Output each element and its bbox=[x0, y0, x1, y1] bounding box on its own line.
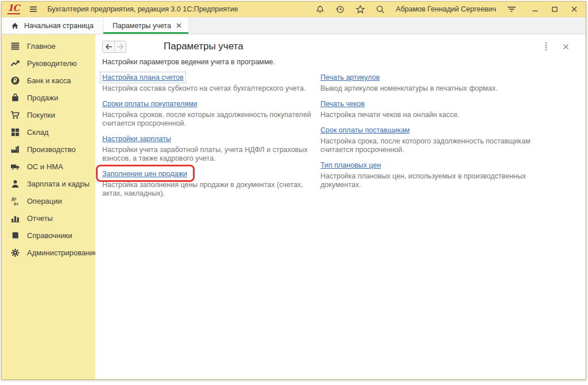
title-bar: 1С Бухгалтерия предприятия, редакция 3.0… bbox=[2, 2, 586, 17]
setting-description: Настройка заполнения цены продажи в доку… bbox=[102, 181, 320, 198]
sidebar-item-os-i-nma[interactable]: ОС и НМА bbox=[2, 158, 95, 175]
accounting-parameters-panel: Параметры учета Настройки параметров вед… bbox=[95, 34, 586, 379]
tab-label: Параметры учета bbox=[113, 22, 171, 30]
sidebar-item-rukovoditelyu[interactable]: Руководителю bbox=[2, 55, 95, 72]
link-srok-oplaty-postavshchikam[interactable]: Срок оплаты поставщикам bbox=[320, 126, 409, 135]
window-title: Бухгалтерия предприятия, редакция 3.0 1С… bbox=[47, 5, 238, 13]
warehouse-icon bbox=[10, 127, 21, 138]
sidebar-item-label: Зарплата и кадры bbox=[27, 180, 90, 188]
link-nastroyki-zarplaty[interactable]: Настройки зарплаты bbox=[102, 134, 171, 143]
sidebar-item-spravochniki[interactable]: Справочники bbox=[2, 227, 95, 244]
setting-item-zapolnenie-cen-prodazhi: Заполнение цен продажи Настройка заполне… bbox=[102, 168, 320, 198]
gear-icon bbox=[10, 247, 21, 258]
factory-icon bbox=[10, 144, 21, 155]
app-window: 1С Бухгалтерия предприятия, редакция 3.0… bbox=[1, 1, 586, 380]
sidebar-item-glavnoe[interactable]: Главное bbox=[2, 37, 95, 55]
page-subtitle: Настройки параметров ведения учета в про… bbox=[102, 58, 577, 66]
settings-column-left: Настройка плана счетов Настройка состава… bbox=[102, 72, 320, 203]
sidebar-item-administrirovanie[interactable]: Администрирование bbox=[2, 244, 95, 261]
setting-item-sroki-oplaty-pokupatelyami: Сроки оплаты покупателями Настройка срок… bbox=[102, 98, 320, 128]
link-tip-planovyh-cen[interactable]: Тип плановых цен bbox=[320, 161, 381, 170]
person-icon bbox=[10, 178, 21, 189]
tab-bar: Начальная страница Параметры учета bbox=[2, 17, 586, 34]
back-button[interactable] bbox=[103, 41, 114, 52]
sidebar-item-label: ОС и НМА bbox=[27, 162, 63, 171]
tab-accounting-parameters[interactable]: Параметры учета bbox=[103, 17, 189, 34]
setting-description: Вывод артикулов номенклатуры в печатных … bbox=[320, 84, 550, 93]
sidebar-item-otchety[interactable]: Отчеты bbox=[2, 209, 95, 227]
cart-icon bbox=[10, 110, 21, 120]
favorites-icon[interactable] bbox=[354, 3, 366, 15]
minimize-button[interactable] bbox=[529, 3, 541, 15]
sidebar-item-label: Отчеты bbox=[27, 214, 53, 223]
sidebar-item-label: Покупки bbox=[27, 111, 55, 119]
setting-description: Настройка срока, после которого задолжен… bbox=[320, 137, 550, 154]
setting-item-nastroyki-zarplaty: Настройки зарплаты Настройки учета зараб… bbox=[102, 133, 320, 163]
setting-description: Настройка сроков, после которых задолжен… bbox=[102, 111, 320, 128]
home-icon bbox=[11, 22, 19, 30]
setting-description: Настройка состава субконто на счетах бух… bbox=[102, 84, 320, 93]
setting-item-srok-oplaty-postavshchikam: Срок оплаты поставщикам Настройка срока,… bbox=[320, 125, 550, 154]
sidebar-item-operacii[interactable]: Дт Кт Операции bbox=[2, 192, 95, 209]
sidebar-item-label: Главное bbox=[27, 42, 56, 50]
link-nastroyka-plana-schetov[interactable]: Настройка плана счетов bbox=[100, 72, 186, 83]
sidebar-item-label: Банк и касса bbox=[27, 76, 71, 85]
notifications-icon[interactable] bbox=[314, 3, 326, 15]
svg-text:₽: ₽ bbox=[13, 77, 17, 84]
setting-item-tip-planovyh-cen: Тип плановых цен Настройка плановых цен,… bbox=[320, 160, 550, 189]
search-icon[interactable] bbox=[374, 3, 386, 15]
book-icon bbox=[10, 230, 21, 241]
current-user[interactable]: Абрамов Геннадий Сергеевич bbox=[394, 5, 497, 13]
setting-item-pechat-artikulov: Печать артикулов Вывод артикулов номенкл… bbox=[320, 72, 550, 93]
sidebar-item-prodazhi[interactable]: Продажи bbox=[2, 89, 95, 106]
sidebar-item-label: Склад bbox=[27, 128, 49, 137]
tab-label: Начальная страница bbox=[24, 22, 94, 30]
sidebar-item-label: Администрирование bbox=[27, 248, 98, 257]
link-pechat-chekov[interactable]: Печать чеков bbox=[320, 99, 365, 108]
truck-icon bbox=[10, 161, 21, 172]
dtkt-icon: Дт Кт bbox=[10, 196, 21, 207]
page-title: Параметры учета bbox=[164, 41, 243, 52]
sidebar-item-label: Производство bbox=[27, 145, 76, 154]
link-sroki-oplaty-pokupatelyami[interactable]: Сроки оплаты покупателями bbox=[102, 99, 198, 108]
sections-icon bbox=[10, 41, 21, 52]
setting-description: Настройка печати чеков на онлайн кассе. bbox=[320, 111, 550, 119]
more-menu-icon[interactable] bbox=[545, 42, 547, 51]
sidebar-item-sklad[interactable]: Склад bbox=[2, 123, 95, 141]
service-menu-icon[interactable] bbox=[506, 3, 517, 15]
sidebar-item-proizvodstvo[interactable]: Производство bbox=[2, 141, 95, 158]
close-form-icon[interactable] bbox=[563, 44, 569, 50]
sidebar-item-label: Операции bbox=[27, 197, 62, 205]
settings-column-right: Печать артикулов Вывод артикулов номенкл… bbox=[320, 72, 550, 203]
link-pechat-artikulov[interactable]: Печать артикулов bbox=[320, 73, 380, 82]
setting-description: Настройки учета заработной платы, учета … bbox=[102, 146, 320, 163]
sidebar-item-pokupki[interactable]: Покупки bbox=[2, 106, 95, 123]
1c-logo: 1С bbox=[7, 4, 20, 14]
sections-panel: Главное Руководителю ₽ Банк и касса bbox=[2, 34, 95, 379]
sidebar-item-bank-i-kassa[interactable]: ₽ Банк и касса bbox=[2, 72, 95, 89]
tab-home-page[interactable]: Начальная страница bbox=[2, 17, 103, 34]
bag-icon bbox=[10, 92, 21, 103]
bar-chart-icon bbox=[10, 213, 21, 224]
setting-item-pechat-chekov: Печать чеков Настройка печати чеков на о… bbox=[320, 98, 550, 119]
trend-icon bbox=[10, 58, 21, 69]
setting-item-plan-schetov: Настройка плана счетов Настройка состава… bbox=[102, 72, 320, 93]
sidebar-item-label: Справочники bbox=[27, 231, 72, 240]
history-nav-buttons bbox=[102, 41, 126, 53]
svg-text:Кт: Кт bbox=[14, 201, 19, 206]
tab-close-icon[interactable] bbox=[176, 23, 181, 28]
forward-button[interactable] bbox=[114, 41, 126, 52]
setting-description: Настройка плановых цен, используемых в п… bbox=[320, 172, 550, 189]
maximize-button[interactable] bbox=[549, 3, 560, 15]
main-menu-icon[interactable] bbox=[28, 3, 39, 15]
ruble-circle-icon: ₽ bbox=[10, 75, 21, 86]
link-zapolnenie-cen-prodazhi[interactable]: Заполнение цен продажи bbox=[102, 169, 187, 178]
sidebar-item-zarplata-i-kadry[interactable]: Зарплата и кадры bbox=[2, 175, 95, 192]
sidebar-item-label: Продажи bbox=[27, 94, 58, 102]
history-icon[interactable] bbox=[334, 3, 346, 15]
close-window-button[interactable] bbox=[568, 3, 580, 15]
sidebar-item-label: Руководителю bbox=[27, 59, 77, 68]
